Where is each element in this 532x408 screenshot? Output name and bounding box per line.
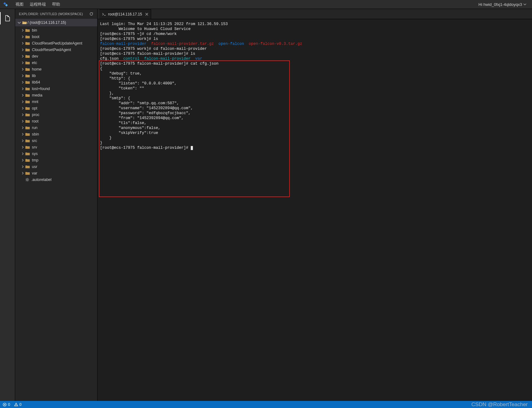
svg-rect-1	[5, 4, 8, 6]
chevron-right-icon	[20, 106, 25, 110]
tree-folder-proc[interactable]: proc	[15, 111, 97, 118]
menu-item-帮助[interactable]: 帮助	[49, 2, 63, 6]
tree-folder-var[interactable]: var	[15, 170, 97, 176]
tree-folder-sbin[interactable]: sbin	[15, 131, 97, 137]
tree-folder-etc[interactable]: etc	[15, 59, 97, 66]
watermark: CSDN @RobertTeacher	[471, 402, 528, 408]
tree-label: home	[32, 67, 41, 71]
chevron-right-icon	[20, 93, 25, 97]
chevron-right-icon	[20, 113, 25, 117]
status-bar: 0 0 CSDN @RobertTeacher	[0, 401, 532, 408]
user-label[interactable]: Hi hwid_0fxj1-4qldoyqx3	[478, 2, 530, 7]
tab-bar: root@114.116.17.15	[98, 9, 532, 19]
main: EXPLORER: UNTITLED (WORKSPACE) / (root@1…	[0, 9, 532, 401]
tree-folder-boot[interactable]: boot	[15, 33, 97, 40]
terminal-icon	[102, 12, 106, 16]
tree-folder-usr[interactable]: usr	[15, 163, 97, 170]
tree-folder-run[interactable]: run	[15, 124, 97, 131]
menubar: 视图远程终端帮助 Hi hwid_0fxj1-4qldoyqx3	[0, 0, 532, 9]
tree-folder-CloudResetPwdUpdateAgent[interactable]: CloudResetPwdUpdateAgent	[15, 40, 97, 46]
tree-folder-src[interactable]: src	[15, 137, 97, 144]
chevron-right-icon	[20, 74, 25, 78]
tree-label: CloudrResetPwdAgent	[32, 48, 71, 52]
tree-folder-tmp[interactable]: tmp	[15, 157, 97, 163]
activity-bar	[0, 9, 15, 401]
tree-label: media	[32, 93, 42, 97]
tree-folder-bin[interactable]: bin	[15, 27, 97, 33]
tree-file-autorelabel[interactable]: .autorelabel	[15, 176, 97, 183]
close-icon[interactable]	[145, 13, 148, 16]
tree-label: mnt	[32, 100, 38, 104]
tree-label: sys	[32, 152, 38, 156]
status-errors[interactable]: 0	[2, 402, 10, 407]
tree-label: CloudResetPwdUpdateAgent	[32, 41, 82, 45]
menu-item-视图[interactable]: 视图	[12, 2, 27, 6]
svg-rect-0	[3, 2, 6, 5]
tree-folder-dev[interactable]: dev	[15, 53, 97, 59]
tree-folder-CloudrResetPwdAgent[interactable]: CloudrResetPwdAgent	[15, 46, 97, 53]
tree-label: opt	[32, 106, 37, 110]
chevron-right-icon	[20, 126, 25, 130]
refresh-icon[interactable]	[89, 12, 94, 16]
gear-icon	[25, 178, 29, 182]
tree-label: proc	[32, 113, 39, 117]
tree-folder-lib[interactable]: lib	[15, 72, 97, 79]
svg-point-2	[26, 179, 28, 180]
editor-area: root@114.116.17.15 Last login: Thu Mar 2…	[98, 9, 532, 401]
tree-label: etc	[32, 61, 37, 65]
chevron-right-icon	[20, 165, 25, 169]
tree-label: sbin	[32, 132, 39, 136]
chevron-right-icon	[20, 35, 25, 39]
folder-open-icon	[22, 20, 27, 25]
tree-label: lib64	[32, 80, 40, 84]
chevron-right-icon	[20, 28, 25, 32]
chevron-right-icon	[20, 67, 25, 71]
sidebar-header: EXPLORER: UNTITLED (WORKSPACE)	[15, 9, 97, 19]
tree-label: src	[32, 139, 37, 143]
sidebar: EXPLORER: UNTITLED (WORKSPACE) / (root@1…	[15, 9, 98, 401]
chevron-right-icon	[20, 41, 25, 45]
chevron-right-icon	[20, 80, 25, 84]
chevron-right-icon	[20, 61, 25, 65]
chevron-right-icon	[20, 54, 25, 58]
tree-label: usr	[32, 165, 37, 169]
explorer-activity-icon[interactable]	[0, 12, 15, 24]
tree-folder-srv[interactable]: srv	[15, 144, 97, 150]
chevron-right-icon	[20, 171, 25, 175]
chevron-right-icon	[20, 87, 25, 91]
tab-label: root@114.116.17.15	[108, 12, 142, 16]
tree-folder-lost+found[interactable]: lost+found	[15, 85, 97, 92]
tree-root-label: / (root@114.116.17.15)	[28, 20, 66, 25]
tree-folder-media[interactable]: media	[15, 92, 97, 98]
svg-point-4	[16, 405, 16, 406]
chevron-right-icon	[20, 158, 25, 162]
tree-label: dev	[32, 54, 38, 58]
tree-label: var	[32, 171, 37, 175]
app-logo-icon	[2, 1, 9, 7]
tree-label: boot	[32, 35, 39, 39]
tree-folder-root[interactable]: root	[15, 118, 97, 124]
chevron-right-icon	[20, 139, 25, 143]
tree-label: lost+found	[32, 87, 50, 91]
tree-folder-opt[interactable]: opt	[15, 105, 97, 111]
tree-folder-home[interactable]: home	[15, 66, 97, 72]
tree-label: lib	[32, 74, 36, 78]
chevron-right-icon	[20, 152, 25, 156]
tab-terminal[interactable]: root@114.116.17.15	[99, 9, 151, 19]
chevron-down-icon	[17, 20, 21, 25]
tree-folder-sys[interactable]: sys	[15, 150, 97, 157]
chevron-right-icon	[20, 145, 25, 149]
tree-label: srv	[32, 145, 37, 149]
tree-label: tmp	[32, 158, 38, 162]
file-tree: binbootCloudResetPwdUpdateAgentCloudrRes…	[15, 26, 97, 183]
menu-item-远程终端[interactable]: 远程终端	[27, 2, 49, 6]
tree-folder-mnt[interactable]: mnt	[15, 98, 97, 105]
tree-folder-lib64[interactable]: lib64	[15, 79, 97, 85]
tree-label: run	[32, 126, 37, 130]
tree-label: root	[32, 119, 39, 123]
terminal[interactable]: Last login: Thu Mar 24 11:13:25 2022 fro…	[98, 19, 532, 401]
chevron-right-icon	[20, 119, 25, 123]
status-warnings[interactable]: 0	[14, 402, 22, 407]
warning-icon	[14, 402, 18, 407]
tree-root[interactable]: / (root@114.116.17.15)	[15, 19, 97, 26]
